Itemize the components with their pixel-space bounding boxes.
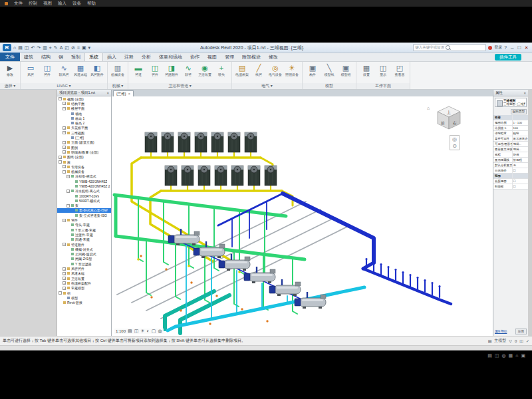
cyan-pipes[interactable] — [168, 245, 364, 331]
tree-item[interactable]: − 管件 — [57, 217, 111, 222]
redo-icon[interactable]: ↷ — [37, 45, 41, 51]
apply-button[interactable]: 应用 — [515, 329, 527, 334]
tree-expander[interactable] — [66, 116, 70, 120]
tree-item[interactable]: − 机械设备 — [57, 169, 111, 174]
model-view[interactable]: ⌂ 上 前 右 ◎⊙ 1:100 — [112, 96, 493, 336]
open-icon[interactable]: ▤ — [18, 45, 23, 51]
project-browser-header[interactable]: 项目浏览器 - 项目1.rvt × — [57, 90, 111, 96]
tree-expander[interactable]: − — [66, 175, 70, 178]
property-value[interactable]: 编辑... — [513, 147, 528, 152]
property-row[interactable]: 图形 — [493, 115, 528, 120]
vm-status-icon[interactable]: ⌂ — [515, 353, 518, 358]
tree-item[interactable]: + 明细表/数量 (全部) — [57, 150, 111, 154]
vm-menu-item[interactable]: 输入 — [58, 1, 66, 7]
ribbon-tab[interactable]: 插入 — [103, 53, 120, 61]
property-value[interactable]: 无 — [513, 163, 528, 168]
tree-item[interactable]: + 卫浴装置 — [57, 276, 111, 281]
tree-item[interactable]: 模型 — [57, 295, 111, 300]
vm-menu-item[interactable]: 文件 — [14, 1, 23, 7]
tree-expander[interactable] — [59, 301, 62, 305]
ribbon-tab[interactable]: 分析 — [138, 53, 155, 61]
customize-qat-icon[interactable]: ▾ — [88, 45, 91, 51]
tree-expander[interactable]: − — [63, 243, 66, 246]
tree-expander[interactable] — [66, 136, 70, 140]
edit-type-button[interactable]: 编辑类型 — [511, 109, 527, 114]
scale-button[interactable]: 1:100 — [116, 329, 126, 333]
property-value[interactable]: 协调 — [513, 152, 528, 157]
tree-item[interactable]: + 图例 — [57, 145, 111, 150]
tree-item[interactable]: T 形三通-常规 — [57, 227, 111, 232]
type-selector[interactable]: 三维视图 三维视图: {三维} ▾ — [495, 98, 527, 107]
editable-only-icon[interactable]: ◫ — [519, 338, 523, 343]
tree-expander[interactable] — [66, 223, 70, 227]
tree-expander[interactable] — [66, 262, 70, 265]
ribbon-tab[interactable]: 注释 — [120, 53, 138, 61]
air-terminal-icon[interactable]: ▦风道末端 — [72, 63, 88, 76]
vm-status-icon[interactable]: ◫ — [495, 353, 499, 358]
tree-item[interactable]: + 图纸 (全部) — [57, 155, 111, 160]
plugin-button[interactable]: 插件工具 — [495, 54, 521, 61]
section-icon[interactable]: ⊘ — [71, 45, 75, 51]
tag-icon[interactable]: ✎ — [54, 45, 58, 51]
chiller-units[interactable] — [168, 229, 326, 309]
show-workplane-icon[interactable]: ◫显示 — [375, 63, 391, 76]
property-value[interactable]: 1 : 100 — [513, 120, 528, 125]
property-row[interactable]: 默认分析显示样式 无 — [493, 163, 528, 168]
tree-expander[interactable]: + — [63, 281, 66, 285]
tree-item[interactable]: + 立面 (建筑立面) — [57, 140, 111, 145]
ribbon-tab[interactable]: 附加模块 — [238, 53, 265, 61]
tree-expander[interactable]: + — [63, 277, 66, 280]
ribbon-tab[interactable]: 钢 — [55, 53, 67, 61]
conduit-icon[interactable]: ╱线管 — [251, 63, 267, 76]
tree-expander[interactable]: + — [63, 126, 66, 130]
drawing-area[interactable]: {三维} × — [112, 90, 493, 336]
tree-expander[interactable]: − — [66, 190, 70, 193]
tree-item[interactable]: + 风道末端 — [57, 271, 111, 276]
viewcube[interactable]: 上 前 右 — [436, 104, 462, 131]
tree-expander[interactable] — [70, 180, 74, 183]
ribbon-tab[interactable]: 视图 — [203, 53, 221, 61]
tree-item[interactable]: Revit 链接 — [57, 300, 111, 305]
tree-expander[interactable] — [66, 247, 70, 251]
ribbon-tab[interactable]: 结构 — [37, 53, 55, 61]
thin-lines-icon[interactable]: ≡ — [77, 45, 80, 51]
tree-item[interactable]: − 楼层平面 — [57, 106, 111, 111]
flex-duct-icon[interactable]: ∿软风管 — [56, 63, 72, 76]
sign-in-button[interactable]: 登录 — [494, 45, 502, 51]
tree-expander[interactable]: − — [66, 204, 70, 207]
tree-item[interactable]: Y98B-420/3NH45Z 2 — [57, 184, 111, 188]
ribbon-tab[interactable]: 建筑 — [20, 53, 37, 61]
ribbon-group-label[interactable]: 工作平面 — [356, 83, 410, 89]
measure-icon[interactable]: ⌖ — [49, 45, 52, 51]
property-row[interactable]: 详细程度 精细 — [493, 131, 528, 136]
tree-item[interactable]: 蝶阀-对夹式 — [57, 247, 111, 251]
undo-icon[interactable]: ↶ — [31, 45, 35, 51]
tree-item[interactable]: + 结构平面 — [57, 101, 111, 106]
ribbon-tab[interactable]: 系统 — [84, 53, 103, 61]
property-row[interactable]: 视图比例 1 : 100 — [493, 120, 528, 126]
ribbon-group-label[interactable]: HVAC ▾ — [21, 83, 107, 89]
tree-item[interactable]: 标高 2 — [57, 120, 111, 125]
search-icon[interactable] — [446, 45, 450, 50]
property-value[interactable] — [513, 174, 528, 178]
tree-expander[interactable] — [70, 209, 74, 212]
view-tab-close-icon[interactable]: × — [128, 91, 130, 96]
vm-menu-item[interactable]: 帮助 — [87, 1, 96, 7]
minimize-button[interactable]: – — [511, 45, 513, 51]
tree-item[interactable]: − 泵 — [57, 203, 111, 208]
ribbon-tab[interactable]: 管理 — [221, 53, 238, 61]
tree-expander[interactable]: − — [59, 160, 62, 164]
flex-pipe-icon[interactable]: ∿软管 — [180, 63, 196, 76]
tree-expander[interactable]: + — [63, 141, 66, 144]
tree-expander[interactable] — [70, 199, 74, 202]
model-group-icon[interactable]: ▣模型组 — [338, 63, 354, 76]
ribbon-group-label[interactable]: 卫浴和管道 ▾ — [128, 83, 231, 89]
tree-expander[interactable] — [63, 296, 66, 299]
tree-item[interactable]: 闸阀-Z41型 — [57, 257, 111, 261]
tree-expander[interactable]: − — [63, 107, 66, 110]
model-3d-svg[interactable] — [112, 96, 493, 336]
close-button[interactable]: × — [525, 45, 528, 51]
tree-expander[interactable] — [70, 184, 74, 188]
ribbon-group-label[interactable]: 模型 — [303, 83, 356, 89]
tree-item[interactable]: 止回阀-旋启式 — [57, 252, 111, 257]
